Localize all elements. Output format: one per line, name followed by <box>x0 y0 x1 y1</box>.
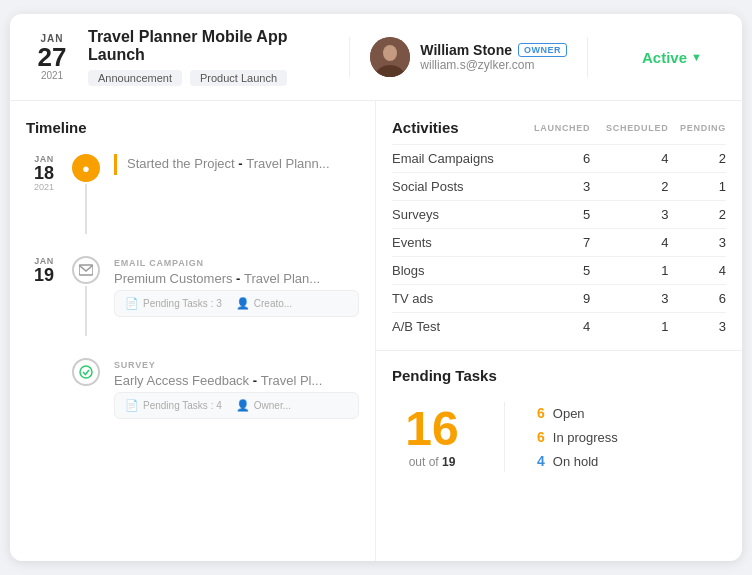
tl-type-3: SURVEY <box>114 360 359 370</box>
timeline-item-2: JAN 19 EMAIL CAM <box>26 256 359 336</box>
task-count-block: 16 out of 19 <box>392 405 472 469</box>
timeline-title: Timeline <box>26 119 359 136</box>
activity-name: Email Campaigns <box>392 145 520 173</box>
pending-tasks-title: Pending Tasks <box>392 367 726 384</box>
tag-product-launch: Product Launch <box>190 70 287 86</box>
avatar-face <box>370 37 410 77</box>
tl-connector-2 <box>72 256 100 336</box>
activity-scheduled: 2 <box>590 173 668 201</box>
doc-icon-3: 📄 <box>125 399 139 412</box>
activity-pending: 2 <box>668 145 726 173</box>
table-row: Social Posts 3 2 1 <box>392 173 726 201</box>
col-pending: PENDING <box>668 119 726 145</box>
activities-panel: Activities LAUNCHED SCHEDULED PENDING Em… <box>376 101 742 351</box>
tl-content-2: EMAIL CAMPAIGN Premium Customers - Trave… <box>114 256 359 317</box>
main-card: JAN 27 2021 Travel Planner Mobile App La… <box>10 14 742 561</box>
activities-table: Activities LAUNCHED SCHEDULED PENDING Em… <box>392 119 726 340</box>
doc-icon: 📄 <box>125 297 139 310</box>
svg-point-1 <box>383 45 397 61</box>
tl-owner-2: 👤 Creato... <box>236 297 292 310</box>
header-info: Travel Planner Mobile App Launch Announc… <box>88 28 335 86</box>
person-icon: 👤 <box>236 297 250 310</box>
timeline-date-1: JAN 18 2021 <box>26 154 62 192</box>
activity-pending: 6 <box>668 285 726 313</box>
tl-connector-3 <box>72 358 100 386</box>
timeline-item: JAN 18 2021 ● Started the Project - Trav… <box>26 154 359 234</box>
pending-tasks-panel: Pending Tasks 16 out of 19 6 Open <box>376 351 742 561</box>
activity-scheduled: 1 <box>590 257 668 285</box>
owner-badge: OWNER <box>518 43 567 57</box>
user-name: William Stone OWNER <box>420 42 567 58</box>
activities-header-title: Activities <box>392 119 520 145</box>
status-section: Active ▼ <box>602 49 722 66</box>
divider <box>504 402 505 472</box>
tl-title-3: Early Access Feedback - Travel Pl... <box>114 373 334 388</box>
avatar-image <box>370 37 410 77</box>
pending-tasks-content: 16 out of 19 6 Open 6 In progres <box>392 402 726 472</box>
stat-inprogress: 6 In progress <box>537 429 618 445</box>
tl-icon-2 <box>72 256 100 284</box>
table-row: Events 7 4 3 <box>392 229 726 257</box>
avatar <box>370 37 410 77</box>
tl-icon-3 <box>72 358 100 386</box>
activity-pending: 1 <box>668 173 726 201</box>
timeline-date-2: JAN 19 <box>26 256 62 284</box>
activity-scheduled: 4 <box>590 145 668 173</box>
activity-name: Events <box>392 229 520 257</box>
stat-inprogress-label: In progress <box>553 430 618 445</box>
activity-scheduled: 3 <box>590 201 668 229</box>
right-panel: Activities LAUNCHED SCHEDULED PENDING Em… <box>376 101 742 561</box>
tl-meta-2: 📄 Pending Tasks : 3 👤 Creato... <box>114 290 359 317</box>
activity-pending: 4 <box>668 257 726 285</box>
activity-scheduled: 4 <box>590 229 668 257</box>
table-row: TV ads 9 3 6 <box>392 285 726 313</box>
tl-owner-3: 👤 Owner... <box>236 399 291 412</box>
svg-point-4 <box>80 366 92 378</box>
tl-day-2: 19 <box>26 266 62 284</box>
activity-name: Surveys <box>392 201 520 229</box>
activity-name: Blogs <box>392 257 520 285</box>
user-email: william.s@zylker.com <box>420 58 567 72</box>
project-date: JAN 27 2021 <box>30 33 74 81</box>
activity-launched: 4 <box>520 313 590 341</box>
timeline-panel: Timeline JAN 18 2021 ● Started <box>10 101 376 561</box>
task-big-number: 16 <box>405 405 458 453</box>
task-stats: 6 Open 6 In progress 4 On hold <box>537 405 618 469</box>
table-row: Blogs 5 1 4 <box>392 257 726 285</box>
activity-pending: 3 <box>668 229 726 257</box>
person-icon-3: 👤 <box>236 399 250 412</box>
tl-tasks-3: 📄 Pending Tasks : 4 <box>125 399 222 412</box>
col-scheduled: SCHEDULED <box>590 119 668 145</box>
activity-launched: 6 <box>520 145 590 173</box>
check-circle-icon <box>79 365 93 379</box>
activity-launched: 9 <box>520 285 590 313</box>
timeline-list: JAN 18 2021 ● Started the Project - Trav… <box>26 154 359 441</box>
task-total-label: out of 19 <box>409 455 456 469</box>
stat-open-num: 6 <box>537 405 545 421</box>
col-launched: LAUNCHED <box>520 119 590 145</box>
activity-pending: 2 <box>668 201 726 229</box>
stat-onhold-label: On hold <box>553 454 599 469</box>
activity-scheduled: 3 <box>590 285 668 313</box>
date-day: 27 <box>30 44 74 70</box>
tl-icon-1: ● <box>72 154 100 182</box>
stat-open-label: Open <box>553 406 585 421</box>
chevron-down-icon: ▼ <box>691 51 702 63</box>
user-info: William Stone OWNER william.s@zylker.com <box>420 42 567 72</box>
user-section: William Stone OWNER william.s@zylker.com <box>349 37 588 77</box>
body-grid: Timeline JAN 18 2021 ● Started <box>10 101 742 561</box>
activity-name: TV ads <box>392 285 520 313</box>
activity-pending: 3 <box>668 313 726 341</box>
tl-connector-1: ● <box>72 154 100 234</box>
activity-name: Social Posts <box>392 173 520 201</box>
activity-name: A/B Test <box>392 313 520 341</box>
project-title: Travel Planner Mobile App Launch <box>88 28 335 64</box>
activity-launched: 3 <box>520 173 590 201</box>
table-row: A/B Test 4 1 3 <box>392 313 726 341</box>
tl-year-1: 2021 <box>26 182 62 192</box>
status-button[interactable]: Active ▼ <box>642 49 702 66</box>
table-row: Surveys 5 3 2 <box>392 201 726 229</box>
tl-meta-3: 📄 Pending Tasks : 4 👤 Owner... <box>114 392 359 419</box>
tl-line-1 <box>85 184 87 234</box>
tag-announcement: Announcement <box>88 70 182 86</box>
